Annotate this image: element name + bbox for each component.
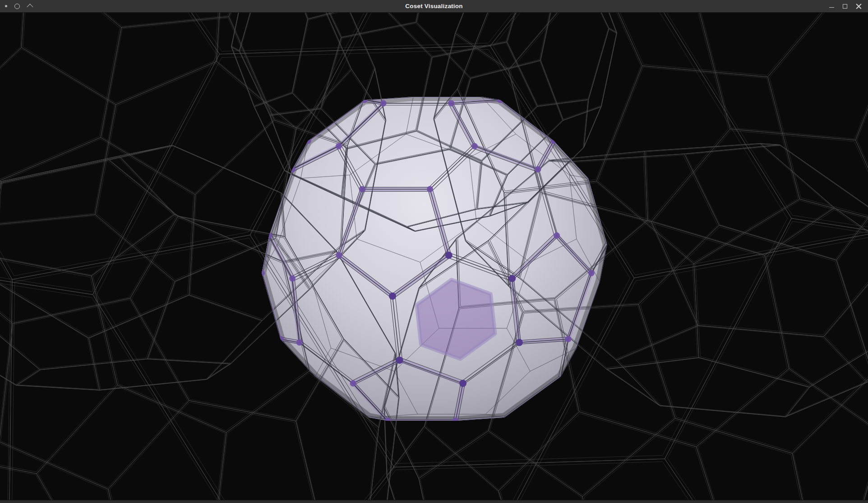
maximize-icon[interactable] [843, 4, 847, 9]
bottom-border [0, 500, 868, 503]
dot-icon[interactable] [5, 5, 7, 7]
close-icon[interactable] [856, 3, 862, 9]
titlebar-right-controls [829, 3, 868, 9]
viewport[interactable] [0, 13, 868, 500]
circle-icon[interactable] [14, 4, 20, 9]
minimize-icon[interactable] [829, 7, 834, 8]
window-title: Coset Visualization [0, 3, 868, 9]
chevron-up-icon[interactable] [27, 4, 33, 10]
scene-canvas [0, 13, 868, 500]
app-window: Coset Visualization [0, 0, 868, 503]
titlebar-left-controls [0, 4, 32, 9]
titlebar[interactable]: Coset Visualization [0, 0, 868, 13]
